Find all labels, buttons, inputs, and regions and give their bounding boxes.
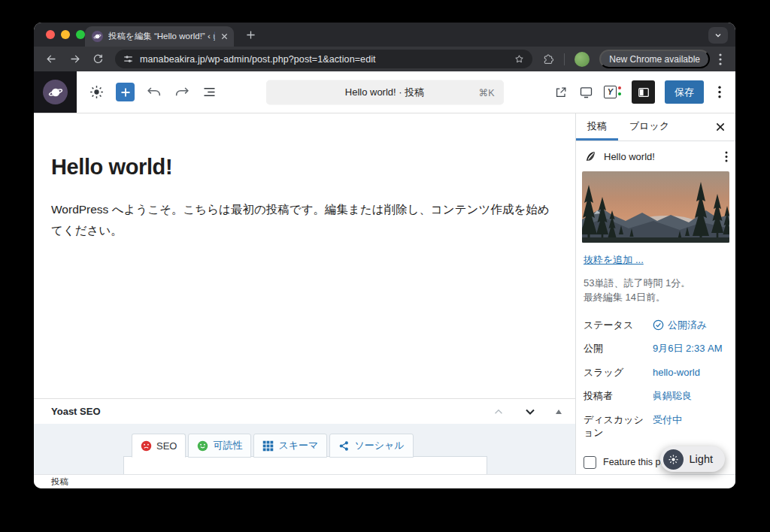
yoast-seo-icon[interactable]: Y — [604, 86, 622, 99]
discussion-value[interactable]: 受付中 — [653, 413, 682, 427]
desktop: 投稿を編集 “Hello world!” ‹ 眞 — [0, 0, 770, 532]
profile-avatar[interactable] — [574, 52, 590, 67]
view-post-icon[interactable] — [553, 85, 568, 100]
editor-footer: 投稿 — [34, 474, 735, 488]
editor-header: Hello world! · 投稿 ⌘K Y 保存 — [34, 71, 735, 113]
row-publish-date: 公開 9月6日 2:33 AM — [576, 337, 735, 361]
grid-icon — [262, 440, 274, 452]
back-icon[interactable] — [41, 49, 62, 69]
post-title[interactable]: Hello world! — [51, 155, 575, 180]
yoast-move-up-icon[interactable] — [493, 406, 505, 418]
light-sun-icon — [663, 449, 684, 470]
row-slug: スラッグ hello-world — [576, 361, 735, 385]
browser-tab[interactable]: 投稿を編集 “Hello world!” ‹ 眞 — [85, 26, 234, 47]
yoast-green-dot-icon — [618, 92, 622, 96]
toolbar-divider — [564, 53, 565, 65]
settings-sidebar: 投稿 ブロック Hello world! — [575, 113, 735, 474]
featured-image[interactable] — [582, 171, 729, 243]
bookmark-star-icon[interactable] — [514, 53, 525, 65]
post-meta: 53単語、読了時間 1分。 最終編集 14日前。 — [584, 277, 728, 305]
feature-post-checkbox[interactable] — [584, 456, 596, 469]
sad-face-icon — [141, 440, 152, 452]
undo-icon[interactable] — [146, 84, 162, 101]
sidebar-tab-block[interactable]: ブロック — [618, 113, 681, 141]
yoast-tab-seo[interactable]: SEO — [132, 434, 186, 458]
post-card-menu-icon[interactable] — [725, 151, 728, 162]
yoast-title: Yoast SEO — [51, 406, 101, 417]
editor-canvas: Hello world! WordPress へようこそ。こちらは最初の投稿です… — [34, 113, 575, 474]
tab-title: 投稿を編集 “Hello world!” ‹ 眞 — [108, 31, 215, 42]
slug-value[interactable]: hello-world — [653, 366, 700, 379]
theme-toggle-label: Light — [690, 453, 713, 465]
tab-search-button[interactable] — [708, 27, 728, 44]
yoast-metabox: Yoast SEO — [34, 398, 575, 474]
browser-menu-icon[interactable] — [713, 50, 728, 68]
yoast-red-dot-icon — [618, 86, 622, 90]
smile-face-icon — [197, 440, 208, 452]
post-card-title: Hello world! — [604, 151, 655, 162]
theme-toggle-pill[interactable]: Light — [660, 446, 725, 472]
yoast-panel: SEO 可読性 スキーマ — [34, 424, 575, 474]
block-inserter-button[interactable] — [116, 83, 135, 101]
planet-icon — [43, 80, 68, 104]
author-value[interactable]: 眞鍋聡良 — [653, 389, 692, 403]
command-palette[interactable]: Hello world! · 投稿 ⌘K — [266, 80, 504, 104]
close-window-button[interactable] — [46, 30, 55, 39]
zoom-window-button[interactable] — [76, 30, 85, 39]
options-menu-icon[interactable] — [714, 83, 726, 101]
new-tab-button[interactable] — [241, 25, 260, 44]
url-text: manabeakira.jp/wp-admin/post.php?post=1&… — [140, 54, 508, 65]
chrome-update-button[interactable]: New Chrome available — [599, 50, 710, 68]
redo-icon[interactable] — [174, 84, 190, 101]
row-status: ステータス 公開済み — [576, 313, 735, 337]
yoast-order-icon[interactable] — [556, 410, 562, 414]
window-controls — [46, 30, 85, 39]
yoast-tab-readability[interactable]: 可読性 — [188, 434, 251, 458]
post-paragraph[interactable]: WordPress へようこそ。こちらは最初の投稿です。編集または削除し、コンテ… — [51, 199, 558, 241]
yoast-collapse-icon[interactable] — [523, 405, 537, 419]
tab-strip: 投稿を編集 “Hello world!” ‹ 眞 — [34, 23, 735, 47]
add-excerpt-link[interactable]: 抜粋を追加 ... — [584, 253, 644, 267]
post-summary-card: Hello world! — [576, 141, 735, 168]
yoast-tab-social[interactable]: ソーシャル — [329, 434, 413, 458]
extensions-icon[interactable] — [539, 50, 557, 68]
chrome-update-label: New Chrome available — [609, 54, 700, 65]
word-count: 53単語、読了時間 1分。 — [584, 277, 728, 291]
sidebar-tab-post[interactable]: 投稿 — [576, 113, 618, 141]
tab-close-icon[interactable] — [220, 32, 229, 41]
minimize-window-button[interactable] — [61, 30, 70, 39]
publish-date-value[interactable]: 9月6日 2:33 AM — [653, 342, 723, 355]
sidebar-close-icon[interactable] — [715, 122, 726, 132]
browser-window: 投稿を編集 “Hello world!” ‹ 眞 — [34, 23, 735, 488]
settings-sidebar-toggle[interactable] — [632, 80, 655, 104]
address-bar[interactable]: manabeakira.jp/wp-admin/post.php?post=1&… — [115, 50, 532, 68]
preview-monitor-icon[interactable] — [578, 84, 594, 100]
share-icon — [338, 440, 350, 452]
browser-toolbar: manabeakira.jp/wp-admin/post.php?post=1&… — [34, 47, 735, 71]
yoast-tab-schema[interactable]: スキーマ — [253, 434, 327, 458]
command-palette-shortcut: ⌘K — [479, 86, 495, 98]
tab-favicon-planet-icon — [92, 31, 103, 42]
yoast-tab-content — [123, 456, 487, 474]
forward-icon[interactable] — [65, 49, 85, 69]
list-view-icon[interactable] — [202, 84, 217, 100]
site-controls-icon[interactable] — [123, 53, 134, 65]
feather-icon — [584, 150, 597, 163]
sun-icon[interactable] — [89, 84, 105, 100]
reload-icon[interactable] — [88, 49, 108, 69]
breadcrumb: 投稿 — [51, 476, 68, 488]
command-palette-text: Hello world! · 投稿 — [345, 86, 424, 99]
last-edited: 最終編集 14日前。 — [584, 291, 728, 305]
site-logo[interactable] — [34, 71, 77, 113]
save-button[interactable]: 保存 — [665, 80, 704, 104]
check-circle-icon — [653, 319, 664, 331]
row-discussion: ディスカッション 受付中 — [576, 408, 735, 445]
row-author: 投稿者 眞鍋聡良 — [576, 384, 735, 408]
post-attributes: ステータス 公開済み 公開 9月6日 2:33 AM スラッグ hello-wo… — [576, 313, 735, 445]
status-value[interactable]: 公開済み — [653, 319, 707, 332]
